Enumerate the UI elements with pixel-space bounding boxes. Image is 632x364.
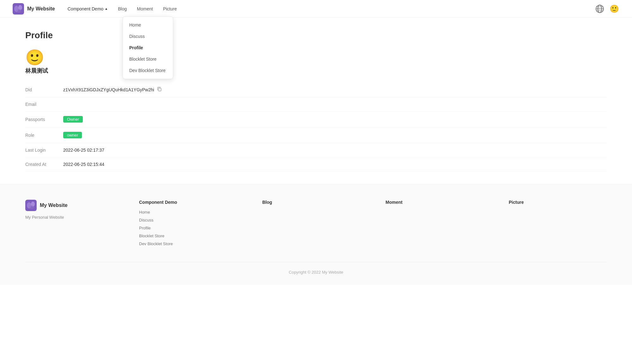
email-label: Email [25,102,63,107]
created-at-label: Created At [25,162,63,167]
footer-link-discuss[interactable]: Discuss [139,218,237,222]
chevron-down-icon: ▲ [105,7,108,10]
footer-brand: My Website My Personal Website [25,200,114,249]
globe-icon[interactable] [595,4,604,13]
footer-link-blocklet-store[interactable]: Blocklet Store [139,234,237,238]
dropdown-item-blocklet-store[interactable]: Blocklet Store [123,53,173,65]
footer-link-dev-blocklet-store[interactable]: Dev Blocklet Store [139,241,237,246]
svg-rect-9 [158,88,161,91]
nav-dropdown: Home Discuss Profile Blocklet Store Dev … [123,16,173,79]
profile-row-did: Did z1VxhX91Z3iGDJxZYgUQuHkd1A1YGyPw2hi [25,82,607,97]
footer-nav-title-picture: Picture [509,200,607,205]
logo-area[interactable]: My Website [13,3,55,15]
footer-nav-title-moment: Moment [386,200,483,205]
profile-avatar: 🙂 [25,48,44,67]
footer-nav-blog: Blog [262,200,360,249]
footer-brand-desc: My Personal Website [25,215,114,220]
dropdown-item-dev-blocklet-store[interactable]: Dev Blocklet Store [123,65,173,76]
dropdown-item-profile[interactable]: Profile [123,42,173,53]
last-login-value: 2022-06-25 02:17:37 [63,148,104,153]
user-avatar[interactable]: 🙂 [609,4,619,14]
logo-icon [13,3,24,15]
profile-row-created-at: Created At 2022-06-25 02:15:44 [25,157,607,172]
role-label: Role [25,133,63,138]
footer-link-home[interactable]: Home [139,210,237,215]
svg-point-13 [29,205,34,209]
footer-nav-title-component-demo: Component Demo [139,200,237,205]
profile-row-passports: Passports Owner [25,112,607,127]
role-value: owner [63,132,82,138]
footer-logo-icon [25,200,37,211]
footer-nav-moment: Moment [386,200,483,249]
user-name: 林晨测试 [25,67,607,75]
footer-link-profile[interactable]: Profile [139,226,237,230]
last-login-label: Last Login [25,148,63,153]
created-at-value: 2022-06-25 02:15:44 [63,162,104,167]
footer: My Website My Personal Website Component… [0,184,632,285]
copy-icon[interactable] [157,87,162,93]
header-right: 🙂 [595,4,619,14]
role-badge: owner [63,132,82,138]
main-nav: Component Demo ▲ Blog Moment Picture [68,6,595,11]
profile-table: Did z1VxhX91Z3iGDJxZYgUQuHkd1A1YGyPw2hi … [25,82,607,172]
site-title: My Website [27,6,55,12]
page-title: Profile [25,30,607,40]
footer-nav-title-blog: Blog [262,200,360,205]
nav-component-demo[interactable]: Component Demo ▲ [68,6,108,11]
header: My Website Component Demo ▲ Blog Moment … [0,0,632,18]
nav-picture[interactable]: Picture [163,6,177,11]
footer-nav-component-demo: Component Demo Home Discuss Profile Bloc… [139,200,237,249]
did-label: Did [25,87,63,92]
nav-blog[interactable]: Blog [118,6,127,11]
footer-copyright: Copyright © 2022 My Website [25,262,607,275]
passports-label: Passports [25,117,63,122]
dropdown-item-discuss[interactable]: Discuss [123,31,173,42]
did-value: z1VxhX91Z3iGDJxZYgUQuHkd1A1YGyPw2hi [63,87,162,93]
svg-point-3 [16,9,21,13]
footer-brand-name: My Website [40,203,68,208]
profile-row-role: Role owner [25,127,607,143]
profile-row-email: Email [25,97,607,112]
profile-row-last-login: Last Login 2022-06-25 02:17:37 [25,143,607,157]
passports-value: Owner [63,116,83,123]
footer-logo-area: My Website [25,200,114,211]
main-content: Profile 🙂 林晨测试 Did z1VxhX91Z3iGDJxZYgUQu… [0,18,632,184]
nav-moment[interactable]: Moment [137,6,153,11]
dropdown-item-home[interactable]: Home [123,19,173,31]
footer-nav-picture: Picture [509,200,607,249]
passports-badge: Owner [63,116,83,123]
footer-top: My Website My Personal Website Component… [25,200,607,249]
